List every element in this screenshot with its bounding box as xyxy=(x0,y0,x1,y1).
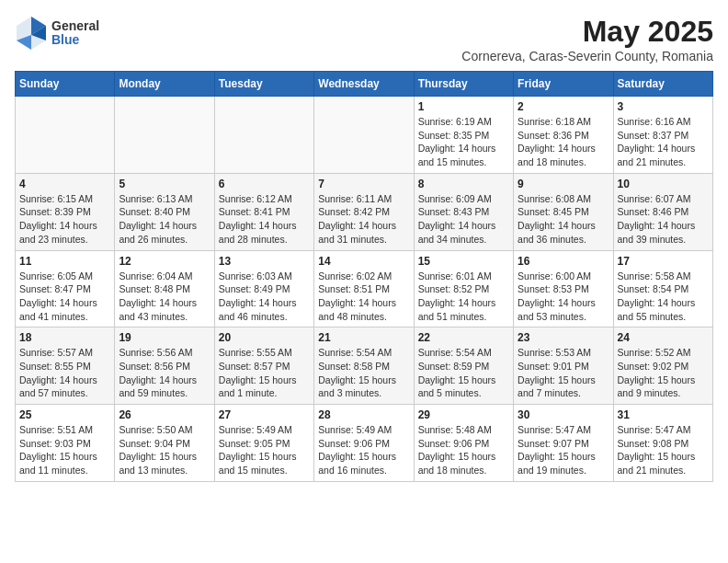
day-number: 14 xyxy=(318,255,409,268)
day-info: Sunrise: 5:47 AMSunset: 9:07 PMDaylight:… xyxy=(518,423,609,477)
calendar-header: SundayMondayTuesdayWednesdayThursdayFrid… xyxy=(16,72,713,97)
calendar-body: 1Sunrise: 6:19 AMSunset: 8:35 PMDaylight… xyxy=(16,97,713,482)
day-info: Sunrise: 6:04 AMSunset: 8:48 PMDaylight:… xyxy=(119,270,210,324)
calendar-cell: 24Sunrise: 5:52 AMSunset: 9:02 PMDayligh… xyxy=(613,327,712,405)
day-number: 16 xyxy=(518,255,609,268)
day-info: Sunrise: 5:55 AMSunset: 8:57 PMDaylight:… xyxy=(219,346,310,400)
calendar-cell: 1Sunrise: 6:19 AMSunset: 8:35 PMDaylight… xyxy=(414,97,513,174)
day-number: 12 xyxy=(119,255,210,268)
day-info: Sunrise: 6:18 AMSunset: 8:36 PMDaylight:… xyxy=(518,115,609,169)
day-number: 7 xyxy=(318,178,409,190)
calendar-cell: 30Sunrise: 5:47 AMSunset: 9:07 PMDayligh… xyxy=(514,405,613,482)
day-info: Sunrise: 5:54 AMSunset: 8:58 PMDaylight:… xyxy=(318,346,409,400)
weekday-header-tuesday: Tuesday xyxy=(214,72,313,97)
calendar-cell xyxy=(115,97,214,174)
logo-text: General Blue xyxy=(51,19,99,48)
day-number: 1 xyxy=(418,100,509,113)
day-info: Sunrise: 6:01 AMSunset: 8:52 PMDaylight:… xyxy=(418,270,509,324)
day-info: Sunrise: 5:53 AMSunset: 9:01 PMDaylight:… xyxy=(518,346,609,400)
calendar-cell: 29Sunrise: 5:48 AMSunset: 9:06 PMDayligh… xyxy=(414,405,513,482)
day-number: 17 xyxy=(618,255,709,268)
day-number: 3 xyxy=(618,100,709,113)
day-number: 11 xyxy=(19,255,110,268)
day-number: 10 xyxy=(618,178,709,190)
week-row-4: 18Sunrise: 5:57 AMSunset: 8:55 PMDayligh… xyxy=(16,327,713,405)
day-info: Sunrise: 6:19 AMSunset: 8:35 PMDaylight:… xyxy=(418,115,509,169)
week-row-5: 25Sunrise: 5:51 AMSunset: 9:03 PMDayligh… xyxy=(16,405,713,482)
day-number: 18 xyxy=(19,331,110,344)
calendar-table: SundayMondayTuesdayWednesdayThursdayFrid… xyxy=(15,71,713,482)
calendar-cell: 15Sunrise: 6:01 AMSunset: 8:52 PMDayligh… xyxy=(414,250,513,327)
day-number: 15 xyxy=(418,255,509,268)
calendar-cell: 22Sunrise: 5:54 AMSunset: 8:59 PMDayligh… xyxy=(414,327,513,405)
calendar-cell: 9Sunrise: 6:08 AMSunset: 8:45 PMDaylight… xyxy=(514,173,613,250)
weekday-header-thursday: Thursday xyxy=(414,72,513,97)
calendar-cell: 21Sunrise: 5:54 AMSunset: 8:58 PMDayligh… xyxy=(314,327,414,405)
header: General Blue May 2025 Cornereva, Caras-S… xyxy=(15,15,713,63)
weekday-header-sunday: Sunday xyxy=(16,72,115,97)
day-number: 20 xyxy=(219,331,310,344)
day-number: 26 xyxy=(119,408,210,421)
day-info: Sunrise: 6:12 AMSunset: 8:41 PMDaylight:… xyxy=(219,192,310,247)
day-number: 5 xyxy=(119,178,210,190)
day-info: Sunrise: 6:05 AMSunset: 8:47 PMDaylight:… xyxy=(19,270,110,324)
day-info: Sunrise: 6:00 AMSunset: 8:53 PMDaylight:… xyxy=(518,270,609,324)
calendar-cell xyxy=(314,97,414,174)
calendar-cell: 25Sunrise: 5:51 AMSunset: 9:03 PMDayligh… xyxy=(16,405,115,482)
calendar-cell: 4Sunrise: 6:15 AMSunset: 8:39 PMDaylight… xyxy=(16,173,115,250)
calendar-cell: 17Sunrise: 5:58 AMSunset: 8:54 PMDayligh… xyxy=(613,250,712,327)
day-info: Sunrise: 6:11 AMSunset: 8:42 PMDaylight:… xyxy=(318,192,409,247)
weekday-header-friday: Friday xyxy=(514,72,613,97)
day-info: Sunrise: 6:15 AMSunset: 8:39 PMDaylight:… xyxy=(19,192,110,247)
calendar-cell xyxy=(16,97,115,174)
day-info: Sunrise: 6:13 AMSunset: 8:40 PMDaylight:… xyxy=(119,192,210,247)
day-number: 19 xyxy=(119,331,210,344)
calendar-cell: 7Sunrise: 6:11 AMSunset: 8:42 PMDaylight… xyxy=(314,173,414,250)
day-number: 9 xyxy=(518,178,609,190)
day-info: Sunrise: 5:54 AMSunset: 8:59 PMDaylight:… xyxy=(418,346,509,400)
day-number: 22 xyxy=(418,331,509,344)
weekday-header-monday: Monday xyxy=(115,72,214,97)
weekday-header-wednesday: Wednesday xyxy=(314,72,414,97)
day-info: Sunrise: 5:50 AMSunset: 9:04 PMDaylight:… xyxy=(119,423,210,477)
day-number: 8 xyxy=(418,178,509,190)
day-number: 21 xyxy=(318,331,409,344)
calendar-subtitle: Cornereva, Caras-Severin County, Romania xyxy=(461,49,713,63)
day-number: 13 xyxy=(219,255,310,268)
calendar-cell: 14Sunrise: 6:02 AMSunset: 8:51 PMDayligh… xyxy=(314,250,414,327)
calendar-cell: 13Sunrise: 6:03 AMSunset: 8:49 PMDayligh… xyxy=(214,250,313,327)
calendar-cell: 3Sunrise: 6:16 AMSunset: 8:37 PMDaylight… xyxy=(613,97,712,174)
day-info: Sunrise: 6:16 AMSunset: 8:37 PMDaylight:… xyxy=(618,115,709,169)
calendar-cell: 12Sunrise: 6:04 AMSunset: 8:48 PMDayligh… xyxy=(115,250,214,327)
calendar-cell: 23Sunrise: 5:53 AMSunset: 9:01 PMDayligh… xyxy=(514,327,613,405)
calendar-cell: 27Sunrise: 5:49 AMSunset: 9:05 PMDayligh… xyxy=(214,405,313,482)
day-number: 4 xyxy=(19,178,110,190)
calendar-cell: 6Sunrise: 6:12 AMSunset: 8:41 PMDaylight… xyxy=(214,173,313,250)
calendar-cell: 8Sunrise: 6:09 AMSunset: 8:43 PMDaylight… xyxy=(414,173,513,250)
week-row-3: 11Sunrise: 6:05 AMSunset: 8:47 PMDayligh… xyxy=(16,250,713,327)
day-number: 25 xyxy=(19,408,110,421)
day-info: Sunrise: 5:51 AMSunset: 9:03 PMDaylight:… xyxy=(19,423,110,477)
day-number: 29 xyxy=(418,408,509,421)
calendar-cell: 20Sunrise: 5:55 AMSunset: 8:57 PMDayligh… xyxy=(214,327,313,405)
calendar-cell: 19Sunrise: 5:56 AMSunset: 8:56 PMDayligh… xyxy=(115,327,214,405)
title-section: May 2025 Cornereva, Caras-Severin County… xyxy=(461,15,713,63)
day-info: Sunrise: 5:57 AMSunset: 8:55 PMDaylight:… xyxy=(19,346,110,400)
weekday-header-row: SundayMondayTuesdayWednesdayThursdayFrid… xyxy=(16,72,713,97)
day-info: Sunrise: 5:58 AMSunset: 8:54 PMDaylight:… xyxy=(618,270,709,324)
calendar-cell: 18Sunrise: 5:57 AMSunset: 8:55 PMDayligh… xyxy=(16,327,115,405)
day-info: Sunrise: 6:08 AMSunset: 8:45 PMDaylight:… xyxy=(518,192,609,247)
calendar-cell: 2Sunrise: 6:18 AMSunset: 8:36 PMDaylight… xyxy=(514,97,613,174)
logo: General Blue xyxy=(15,15,99,52)
weekday-header-saturday: Saturday xyxy=(613,72,712,97)
calendar-cell: 31Sunrise: 5:47 AMSunset: 9:08 PMDayligh… xyxy=(613,405,712,482)
day-number: 30 xyxy=(518,408,609,421)
calendar-title: May 2025 xyxy=(461,15,713,49)
day-info: Sunrise: 5:48 AMSunset: 9:06 PMDaylight:… xyxy=(418,423,509,477)
day-number: 23 xyxy=(518,331,609,344)
calendar-cell: 16Sunrise: 6:00 AMSunset: 8:53 PMDayligh… xyxy=(514,250,613,327)
calendar-cell: 26Sunrise: 5:50 AMSunset: 9:04 PMDayligh… xyxy=(115,405,214,482)
calendar-cell: 10Sunrise: 6:07 AMSunset: 8:46 PMDayligh… xyxy=(613,173,712,250)
day-number: 27 xyxy=(219,408,310,421)
day-info: Sunrise: 6:02 AMSunset: 8:51 PMDaylight:… xyxy=(318,270,409,324)
